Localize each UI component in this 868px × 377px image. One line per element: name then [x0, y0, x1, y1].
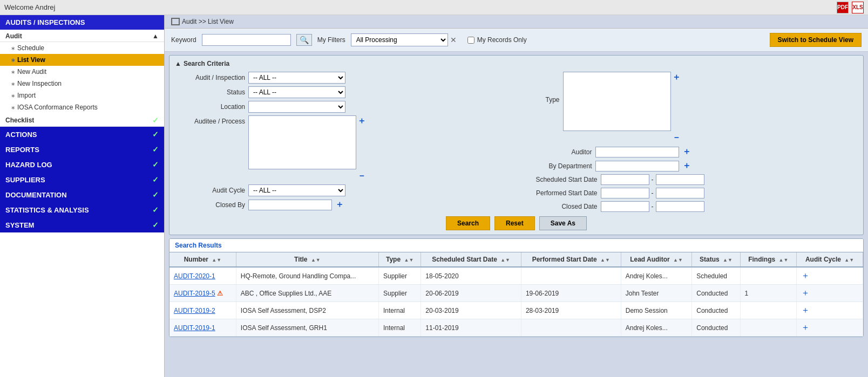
performed-start-from[interactable]: [601, 188, 649, 198]
closed-by-input[interactable]: [248, 200, 332, 210]
collapse-icon[interactable]: ▲: [175, 60, 181, 67]
cell-performed-start: 28-03-2019: [521, 302, 621, 319]
auditor-row: Auditor ＋: [522, 146, 858, 157]
type-add-button[interactable]: ＋: [672, 72, 681, 83]
audits-inspections-header[interactable]: AUDITS / INSPECTIONS: [0, 15, 164, 30]
checklist-header[interactable]: Checklist ✓: [0, 113, 164, 127]
col-title[interactable]: Title ▲▼: [236, 252, 378, 267]
row-add-button[interactable]: ＋: [801, 270, 810, 282]
cell-title: ABC , Office Supplies Ltd., AAE: [236, 285, 378, 302]
cell-performed-start: [521, 319, 621, 337]
auditee-textarea-wrap: ＋: [248, 115, 366, 169]
closed-date-from[interactable]: [601, 201, 649, 212]
keyword-search-button[interactable]: 🔍: [296, 34, 312, 46]
sidebar-item-list-view[interactable]: ∗ List View: [0, 54, 164, 66]
by-department-label: By Department: [522, 162, 592, 170]
sidebar-item-iosa[interactable]: ∗ IOSA Conformance Reports: [0, 101, 164, 113]
search-results-section: Search Results Number ▲▼ Title ▲▼: [169, 238, 864, 337]
sort-icon: ▲▼: [844, 257, 854, 263]
auditor-input[interactable]: [595, 147, 679, 157]
by-department-input[interactable]: [595, 161, 679, 172]
checkmark-icon: ✓: [152, 145, 159, 154]
auditee-textarea[interactable]: [248, 115, 356, 169]
auditee-remove-button[interactable]: －: [357, 170, 366, 182]
criteria-grid: Audit / Inspection -- ALL -- Status -- A…: [175, 72, 858, 212]
cell-lead-auditor: Andrej Koles...: [621, 319, 692, 337]
criteria-right: Type ＋ －: [522, 72, 858, 212]
warning-icon: ⚠: [217, 290, 223, 297]
audit-subsection-header[interactable]: Audit ▲: [0, 30, 164, 42]
reset-button[interactable]: Reset: [494, 216, 535, 230]
filter-clear-button[interactable]: ✕: [450, 36, 457, 44]
switch-to-schedule-button[interactable]: Switch to Schedule View: [770, 33, 862, 47]
audit-link[interactable]: AUDIT-2019-1: [174, 324, 215, 332]
row-add-button[interactable]: ＋: [801, 305, 810, 316]
cell-lead-auditor: John Tester: [621, 285, 692, 302]
documentation-header[interactable]: DOCUMENTATION ✓: [0, 187, 164, 202]
sidebar: AUDITS / INSPECTIONS Audit ▲ ∗ Schedule …: [0, 15, 165, 377]
type-textarea[interactable]: [563, 72, 671, 131]
row-add-button[interactable]: ＋: [801, 322, 810, 333]
col-scheduled-start[interactable]: Scheduled Start Date ▲▼: [421, 252, 521, 267]
sidebar-item-import[interactable]: ∗ Import: [0, 90, 164, 101]
search-button[interactable]: Search: [446, 216, 490, 230]
keyword-input[interactable]: [202, 34, 291, 46]
welcome-text: Welcome Andrej: [4, 3, 55, 11]
location-row: Location: [175, 101, 511, 113]
save-as-button[interactable]: Save As: [539, 216, 587, 230]
col-lead-auditor[interactable]: Lead Auditor ▲▼: [621, 252, 692, 267]
audit-link[interactable]: AUDIT-2019-2: [174, 307, 215, 314]
performed-start-to[interactable]: [656, 188, 704, 198]
col-performed-start[interactable]: Performed Start Date ▲▼: [521, 252, 621, 267]
scheduled-start-from[interactable]: [601, 174, 649, 185]
actions-header[interactable]: ACTIONS ✓: [0, 127, 164, 142]
xls-export-button[interactable]: XLS: [852, 2, 864, 13]
cell-number: AUDIT-2019-1: [169, 319, 236, 337]
location-select[interactable]: [248, 101, 345, 113]
col-number[interactable]: Number ▲▼: [169, 252, 236, 267]
auditor-add-button[interactable]: ＋: [682, 146, 691, 157]
auditee-row: Auditee / Process ＋ －: [175, 115, 511, 182]
reports-header[interactable]: REPORTS ✓: [0, 142, 164, 157]
row-add-button[interactable]: ＋: [801, 287, 810, 299]
sidebar-item-new-inspection[interactable]: ∗ New Inspection: [0, 78, 164, 90]
col-status[interactable]: Status ▲▼: [692, 252, 740, 267]
status-select[interactable]: -- ALL --: [248, 86, 345, 98]
closed-date-label: Closed Date: [522, 203, 598, 210]
cell-type: Internal: [379, 319, 421, 337]
my-records-wrap: My Records Only: [467, 36, 527, 44]
suppliers-header[interactable]: SUPPLIERS ✓: [0, 172, 164, 187]
table-row: AUDIT-2019-1IOSA Self Assessment, GRH1In…: [169, 319, 863, 337]
audit-inspection-select[interactable]: -- ALL --: [248, 72, 345, 84]
my-filters-select[interactable]: All Processing: [351, 33, 448, 46]
statistics-header[interactable]: STATISTICS & ANALYSIS ✓: [0, 202, 164, 217]
hazard-log-header[interactable]: HAZARD LOG ✓: [0, 157, 164, 172]
sidebar-item-new-audit[interactable]: ∗ New Audit: [0, 66, 164, 78]
scheduled-start-to[interactable]: [656, 174, 704, 185]
closed-by-add-button[interactable]: ＋: [335, 199, 344, 210]
col-findings[interactable]: Findings ▲▼: [740, 252, 797, 267]
scheduled-start-date-range: -: [601, 174, 704, 185]
pdf-export-button[interactable]: PDF: [837, 2, 849, 13]
closed-date-to[interactable]: [656, 201, 704, 212]
checkmark-icon: ✓: [152, 190, 159, 199]
auditee-add-button[interactable]: ＋: [357, 115, 366, 127]
closed-by-row: Closed By ＋: [175, 199, 511, 210]
cell-scheduled-start: 20-03-2019: [421, 302, 521, 319]
type-wrap: ＋ －: [563, 72, 681, 143]
my-records-checkbox[interactable]: [467, 37, 474, 44]
search-results-header: Search Results: [169, 239, 863, 252]
col-type[interactable]: Type ▲▼: [379, 252, 421, 267]
cell-performed-start: 19-06-2019: [521, 285, 621, 302]
cell-status: Scheduled: [692, 267, 740, 285]
system-header[interactable]: SYSTEM ✓: [0, 217, 164, 232]
by-department-add-button[interactable]: ＋: [682, 160, 691, 172]
date-separator: -: [652, 176, 654, 183]
audit-link[interactable]: AUDIT-2019-5: [174, 290, 215, 297]
col-audit-cycle[interactable]: Audit Cycle ▲▼: [797, 252, 863, 267]
audit-cycle-select[interactable]: -- ALL --: [248, 184, 345, 196]
audit-link[interactable]: AUDIT-2020-1: [174, 272, 215, 280]
sidebar-item-schedule[interactable]: ∗ Schedule: [0, 42, 164, 54]
type-remove-button[interactable]: －: [672, 132, 681, 143]
cell-lead-auditor: Demo Session: [621, 302, 692, 319]
